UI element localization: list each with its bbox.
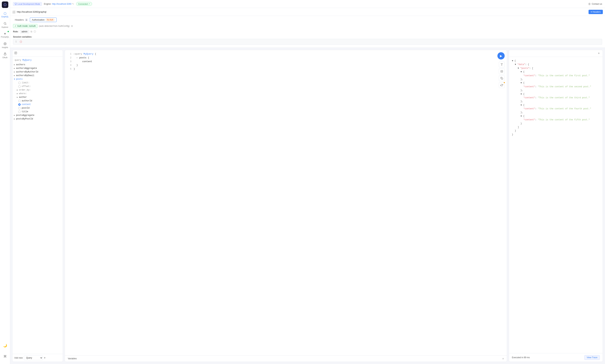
json-line: "content": "This is the content of the t… — [512, 96, 600, 100]
headers-label: Headers — [15, 18, 24, 21]
tree-item-name: postsByPostId — [16, 118, 33, 120]
results-toolbar: + — [509, 50, 603, 57]
prettify-button[interactable] — [499, 62, 505, 67]
copy-role-icon[interactable]: ⧉ — [31, 30, 32, 33]
svg-rect-6 — [4, 54, 6, 55]
authorization-label: Authorization — [32, 19, 44, 21]
sidebar-item-theme[interactable]: 🌙 — [1, 341, 9, 350]
engine-info: Engine: http://localhost:3280 ✎ — [44, 3, 74, 5]
monitor-icon — [15, 3, 17, 5]
sync-button[interactable] — [499, 82, 505, 88]
tree-item-name: authorsByEmail — [16, 74, 34, 77]
code-line-2: ▾ posts { — [74, 56, 504, 60]
tree-item-authorId[interactable]: authorId — [13, 99, 63, 103]
edit-engine-icon[interactable]: ✎ — [72, 3, 74, 5]
tree-item-content[interactable]: content — [13, 103, 63, 106]
add-result-button[interactable]: + — [597, 52, 601, 55]
main-content: Local Development Mode Engine: http://lo… — [10, 0, 605, 364]
tree-item-posts[interactable]: ▼ posts — [13, 77, 63, 81]
tree-item-postsAggregate[interactable]: ▶ postsAggregate — [13, 114, 63, 117]
tree-item-title[interactable]: title — [13, 110, 63, 114]
code-line-3: content — [74, 60, 504, 64]
role-info-icon[interactable]: ⓘ — [34, 30, 36, 33]
explorer-footer: Add new Query Mutation Subscription + — [13, 354, 63, 362]
tree-arrow-icon: ▶ — [14, 71, 15, 73]
sidebar-item-promptql-label: PromptQL — [1, 36, 9, 38]
theme-icon: 🌙 — [3, 344, 7, 347]
svg-marker-1 — [4, 4, 6, 6]
auth-mode-chip: ✓ Auth mode: noAuth — [13, 24, 38, 28]
sidebar-item-oauth[interactable]: OAuth — [1, 51, 9, 60]
json-line: } — [512, 129, 600, 133]
tree-item-offset[interactable]: offset: — [13, 85, 63, 88]
tree-item-name: limit: — [22, 81, 29, 84]
json-line: "content": "This is the content of the s… — [512, 85, 600, 89]
tree-item-authorsByEmail[interactable]: ▶ authorsByEmail — [13, 74, 63, 77]
headers-toggle-button[interactable]: ▾ Headers — [589, 10, 603, 14]
tree-item-authorsByAuthorId[interactable]: ▶ authorsByAuthorId — [13, 70, 63, 74]
explorer-toolbar — [13, 50, 63, 57]
json-line: ▼ { — [512, 92, 600, 96]
json-line: ▼ "data": { — [512, 63, 600, 66]
tree-item-name: authors — [16, 64, 25, 66]
add-new-button[interactable]: + — [44, 356, 46, 359]
headers-tab[interactable]: Headers 1 — [13, 17, 30, 22]
tree-arrow-icon: ▼ — [14, 78, 15, 80]
session-vars-editor[interactable]: 1 {} — [13, 39, 602, 45]
collapse-icon[interactable]: ∧ — [502, 357, 504, 360]
tree-item-name: authorId — [22, 100, 32, 102]
session-vars-code: {} — [20, 40, 22, 43]
auth-detected-label: (auto detected from AuthConfig) — [39, 25, 70, 27]
results-panel: + ▼ { ▼ "data": { ▼ "posts": [ ▼ { "cont… — [509, 50, 603, 362]
tree-item-name: title — [22, 110, 28, 113]
tree-arrow-icon: ▶ — [14, 64, 15, 66]
add-new-label: Add new — [14, 357, 23, 359]
json-line: }, — [512, 89, 600, 92]
json-line: ▼ { — [512, 103, 600, 107]
contact-us-link[interactable]: Contact us — [588, 3, 602, 5]
app-logo — [2, 1, 8, 8]
run-query-button[interactable]: ▶ — [497, 52, 505, 59]
json-line: "content": "This is the content of the f… — [512, 118, 600, 122]
radio-checked-icon — [18, 103, 21, 106]
authorization-tab[interactable]: Authorization No Auth — [30, 17, 57, 22]
variables-button[interactable] — [499, 68, 505, 74]
json-line: ▼ { — [512, 59, 600, 63]
query-keyword: query — [15, 59, 22, 62]
editor-area[interactable]: 1 2 3 4 5 ▾query MyQuery { ▾ posts { con… — [65, 50, 507, 355]
json-line: }, — [512, 111, 600, 114]
auth-mode-row: ✓ Auth mode: noAuth (auto detected from … — [13, 22, 602, 29]
tree-arrow-icon: ▶ — [17, 89, 18, 91]
view-trace-button[interactable]: View Trace — [584, 355, 600, 360]
sidebar-item-oauth-label: OAuth — [2, 57, 7, 59]
json-line: } — [512, 122, 600, 125]
tree-item-authorsAggregate[interactable]: ▶ authorsAggregate — [13, 66, 63, 70]
json-line: "content": "This is the content of the f… — [512, 74, 600, 78]
tree-item-where[interactable]: ▶ where: — [13, 92, 63, 95]
editor-panel: 1 2 3 4 5 ▾query MyQuery { ▾ posts { con… — [65, 50, 507, 362]
sidebar-item-graphql[interactable]: ⬡ GraphQL — [1, 10, 9, 20]
radio-unchecked-icon — [18, 100, 21, 102]
tree-arrow-icon: ▶ — [14, 67, 15, 69]
add-new-select[interactable]: Query Mutation Subscription — [24, 355, 43, 360]
tree-item-postId[interactable]: postId — [13, 106, 63, 110]
role-label: Role: — [13, 30, 18, 33]
svg-line-3 — [6, 24, 6, 25]
tree-item-order-by[interactable]: ▶ order_by: — [13, 88, 63, 92]
tree-item-limit[interactable]: limit: — [13, 81, 63, 85]
tree-item-authors[interactable]: ▶ authors — [13, 63, 63, 66]
sidebar-bottom: 🌙 ⌘ — [1, 341, 9, 363]
tree-item-name: postsAggregate — [16, 114, 34, 117]
sidebar-item-shortcuts[interactable]: ⌘ — [1, 352, 9, 361]
sidebar-item-promptql[interactable]: ✦ PromptQL — [1, 30, 9, 40]
tree-item-name: posts — [16, 78, 23, 80]
editor-code[interactable]: ▾query MyQuery { ▾ posts { content } } — [74, 52, 504, 353]
sidebar-item-explorer[interactable]: Explorer — [1, 20, 9, 30]
tree-item-author[interactable]: ▶ author — [13, 95, 63, 99]
json-line: ] — [512, 125, 600, 129]
workspace: query MyQuery ▶ authors ▶ authorsAggrega… — [10, 48, 605, 364]
page-icon: ⬜ — [12, 11, 15, 13]
copy-button[interactable] — [499, 75, 505, 81]
sidebar-item-insights[interactable]: Insights — [1, 40, 9, 50]
tree-item-postsByPostId[interactable]: ▶ postsByPostId — [13, 117, 63, 121]
